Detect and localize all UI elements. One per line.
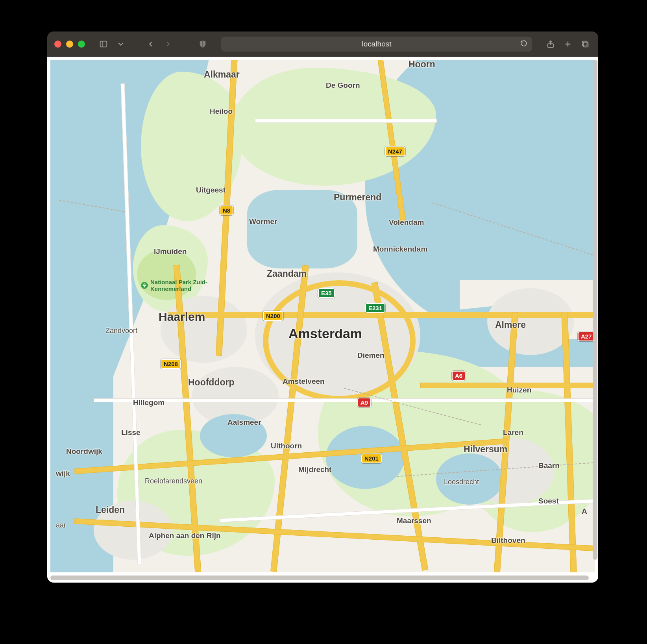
label-leiden: Leiden [96,505,125,515]
svg-rect-0 [100,41,107,47]
label-haarlem: Haarlem [159,310,205,324]
label-monnickendam: Monnickendam [373,245,427,254]
svg-rect-5 [583,42,588,47]
address-bar[interactable]: localhost [221,37,532,52]
label-roelofarendsveen: Roelofarendsveen [145,477,202,485]
shield-E35: E35 [318,288,335,298]
address-text: localhost [362,40,392,48]
shield-A27: A27 [578,331,595,341]
label-diemen: Diemen [357,351,385,360]
label-aalsmeer: Aalsmeer [227,418,261,427]
poi-nationaal-park: ⚘ Nationaal Park Zuid- Kennemerland [141,279,207,292]
shield-A9: A9 [357,398,371,407]
label-huizen: Huizen [507,386,531,394]
label-ijmuiden: IJmuiden [154,247,187,256]
titlebar: localhost [47,31,598,57]
sidebar-toggle-button[interactable] [98,38,109,50]
label-hilversum: Hilversum [464,444,507,455]
minimize-window-button[interactable] [66,41,73,48]
new-tab-button[interactable] [562,38,574,50]
label-uitgeest: Uitgeest [196,186,226,194]
label-a-cut: A [582,507,587,516]
window-controls [54,41,85,48]
svg-rect-6 [582,41,587,46]
label-laren: Laren [503,428,523,437]
label-mijdrecht: Mijdrecht [298,465,331,474]
label-wijk-cut: wijk [56,469,70,478]
vertical-scrollbar[interactable] [593,60,597,560]
forward-button[interactable] [162,38,174,50]
chevron-down-icon[interactable] [115,38,127,50]
shield-N208: N208 [161,359,181,369]
label-lisse: Lisse [121,428,140,437]
browser-window: localhost [47,31,598,583]
horizontal-scrollbar[interactable] [50,576,589,580]
page-content: N247 N8 N200 N208 N201 E35 E231 A6 A9 A2… [47,57,598,583]
shield-N200: N200 [263,311,283,321]
label-wormer: Wormer [249,217,277,226]
label-noordwijk: Noordwijk [66,447,102,456]
label-hillegom: Hillegom [133,398,165,407]
label-heiloo: Heiloo [210,107,233,116]
label-alkmaar: Alkmaar [204,69,240,80]
label-soest: Soest [538,497,559,505]
tabs-overview-button[interactable] [579,38,591,50]
close-window-button[interactable] [54,41,61,48]
shield-A6: A6 [452,371,466,381]
label-uithoorn: Uithoorn [271,442,302,450]
shield-icon[interactable] [197,38,209,50]
shield-N247: N247 [385,146,405,156]
label-purmerend: Purmerend [334,192,381,203]
shield-N8: N8 [220,205,233,215]
label-zaandam: Zaandam [267,268,307,279]
label-degoorn: De Goorn [326,81,360,90]
label-volendam: Volendam [389,218,424,227]
share-button[interactable] [545,38,556,50]
back-button[interactable] [145,38,157,50]
label-hoofddorp: Hoofddorp [188,377,235,388]
poi-label: Nationaal Park Zuid- Kennemerland [150,279,207,292]
label-maarssen: Maarssen [397,516,431,525]
label-loosdrecht: Loosdrecht [444,478,479,486]
label-baarn: Baarn [538,461,560,470]
label-almere: Almere [495,320,526,330]
map-canvas[interactable]: N247 N8 N200 N208 N201 E35 E231 A6 A9 A2… [50,60,595,572]
tree-icon: ⚘ [141,282,148,289]
reload-button[interactable] [520,40,527,49]
shield-E231: E231 [365,303,385,313]
label-alphen: Alphen aan den Rijn [149,531,221,540]
label-bilthoven: Bilthoven [491,536,525,545]
maximize-window-button[interactable] [78,41,85,48]
label-amsterdam: Amsterdam [288,326,362,341]
label-zandvoort: Zandvoort [105,327,137,335]
label-hoorn: Hoorn [409,60,435,70]
label-amstelveen: Amstelveen [283,377,325,386]
shield-N201: N201 [361,453,382,463]
label-aar-cut: aar [56,521,66,529]
